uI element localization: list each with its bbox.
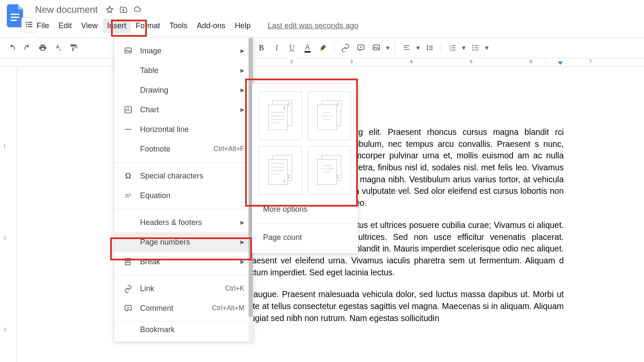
numbered-list-button[interactable]: 123 (445, 41, 459, 55)
shortcut-label: Ctrl+Alt+M (212, 304, 244, 312)
vertical-ruler[interactable]: 1 2 3 (3, 67, 13, 362)
svg-rect-21 (26, 22, 27, 23)
text-color-button[interactable]: A (301, 41, 314, 55)
line-spacing-button[interactable] (423, 41, 436, 55)
menu-item-chart[interactable]: Chart ▶ (114, 100, 253, 120)
insert-image-button[interactable] (369, 41, 383, 55)
align-dropdown-arrow[interactable]: ▼ (415, 43, 421, 53)
menu-label: Footnote (140, 145, 214, 154)
move-icon[interactable] (119, 6, 128, 14)
bold-button[interactable]: B (255, 41, 268, 55)
svg-rect-3 (320, 50, 323, 52)
add-comment-button[interactable] (354, 41, 368, 55)
print-button[interactable] (36, 41, 50, 55)
image-dropdown-arrow[interactable]: ▼ (385, 43, 391, 53)
menu-item-equation[interactable]: π² Equation (114, 186, 253, 205)
svg-rect-20 (474, 50, 479, 51)
page-number-style-header-right[interactable]: 2 1 (259, 91, 302, 140)
menu-view[interactable]: View (77, 19, 102, 33)
last-edit-link[interactable]: Last edit was seconds ago (268, 21, 358, 30)
menu-edit[interactable]: Edit (54, 19, 76, 33)
header: New document File Edit View Insert Forma… (0, 0, 644, 38)
menu-item-headers-footers[interactable]: Headers & footers ▶ (114, 213, 253, 232)
menu-divider (114, 209, 253, 209)
ruler-tick: 2 (290, 59, 293, 64)
menu-item-comment[interactable]: Comment Ctrl+Alt+M (114, 298, 253, 318)
spellcheck-button[interactable] (51, 41, 65, 55)
menu-item-image[interactable]: Image ▶ (114, 41, 253, 61)
horizontal-ruler[interactable]: 2 3 4 5 6 7 (0, 58, 644, 67)
menu-divider (114, 275, 253, 275)
menu-addons[interactable]: Add-ons (193, 19, 230, 33)
menu-item-break[interactable]: Break ▶ (114, 252, 253, 272)
chart-icon (123, 105, 133, 115)
underline-button[interactable]: U (285, 41, 299, 55)
italic-button[interactable]: I (270, 41, 284, 55)
menu-item-link[interactable]: Link Ctrl+K (114, 279, 253, 298)
svg-rect-25 (26, 26, 27, 27)
shortcut-label: Ctrl+K (225, 285, 244, 292)
svg-rect-8 (404, 49, 410, 50)
outline-button[interactable] (21, 17, 37, 32)
menu-label: Image (140, 47, 240, 55)
menu-help[interactable]: Help (231, 19, 255, 33)
menu-item-drawing[interactable]: Drawing ▶ (114, 80, 253, 100)
paint-format-button[interactable] (67, 41, 80, 55)
menu-item-special-characters[interactable]: Ω Special characters (114, 166, 253, 186)
numbered-list-dropdown[interactable]: ▼ (461, 43, 467, 53)
svg-point-17 (472, 47, 474, 49)
svg-rect-0 (11, 14, 19, 15)
comment-icon (123, 303, 133, 313)
page-number-style-footer-skip-first[interactable]: 1 (308, 146, 351, 195)
menu-divider (252, 223, 358, 224)
menu-tools[interactable]: Tools (165, 19, 192, 33)
svg-rect-26 (28, 26, 32, 27)
submenu-page-count[interactable]: Page count (252, 227, 358, 248)
ruler-tick: 4 (410, 59, 413, 64)
submenu-more-options[interactable]: More options (252, 199, 358, 220)
svg-rect-22 (28, 22, 32, 23)
svg-rect-12 (451, 47, 456, 48)
menu-label: Equation (140, 191, 244, 200)
highlight-button[interactable] (316, 41, 330, 55)
svg-text:3: 3 (449, 49, 451, 52)
svg-point-15 (472, 45, 474, 46)
shortcut-label: Ctrl+Alt+F (214, 145, 244, 153)
menu-divider (114, 162, 253, 163)
menu-label: Headers & footers (140, 218, 240, 227)
svg-rect-31 (125, 263, 130, 265)
menu-item-horizontal-line[interactable]: Horizontal line (114, 120, 253, 139)
menu-label: Link (140, 284, 225, 293)
align-button[interactable] (400, 41, 413, 55)
menu-insert[interactable]: Insert (103, 19, 131, 33)
redo-button[interactable] (20, 41, 34, 55)
image-icon (123, 46, 133, 56)
menu-item-bookmark[interactable]: Bookmark (114, 325, 253, 338)
menu-label: Drawing (140, 86, 240, 95)
menu-item-footnote[interactable]: Footnote Ctrl+Alt+F (114, 139, 253, 159)
menu-item-table[interactable]: Table ▶ (114, 61, 253, 80)
svg-rect-7 (404, 47, 407, 48)
ruler-tick: 5 (470, 59, 472, 64)
menu-label: Special characters (140, 172, 244, 181)
svg-rect-23 (26, 24, 27, 25)
cloud-status-icon[interactable] (133, 6, 141, 14)
menu-format[interactable]: Format (132, 19, 164, 33)
star-icon[interactable] (105, 6, 114, 14)
document-title[interactable]: New document (32, 3, 100, 16)
toolbar: ▼ − + B I U A ▼ ▼ 123 ▼ ▼ (0, 38, 644, 58)
right-indent-marker[interactable] (558, 61, 563, 65)
bulleted-list-button[interactable] (468, 41, 482, 55)
menu-item-page-numbers[interactable]: Page numbers ▶ (114, 232, 253, 252)
undo-button[interactable] (5, 41, 19, 55)
bulleted-list-dropdown[interactable]: ▼ (484, 43, 490, 53)
page-number-style-footer-right[interactable]: 2 1 (259, 146, 302, 195)
submenu-arrow-icon: ▶ (240, 67, 244, 73)
svg-rect-18 (474, 47, 479, 48)
menu-label: Page numbers (140, 238, 240, 247)
insert-link-button[interactable] (339, 41, 352, 55)
svg-rect-29 (125, 129, 132, 130)
submenu-arrow-icon: ▶ (240, 48, 244, 54)
page-number-style-header-skip-first[interactable]: 1 (308, 91, 351, 140)
menu-label: Chart (140, 105, 240, 114)
